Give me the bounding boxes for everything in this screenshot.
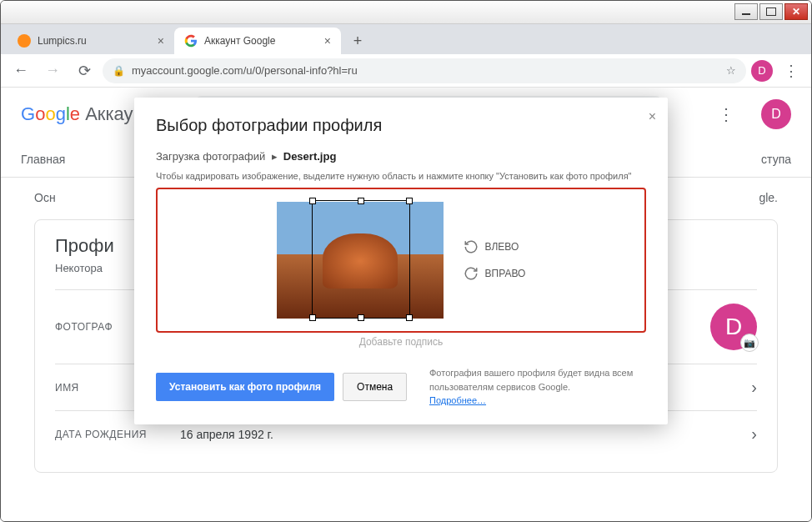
tab-google-account[interactable]: Аккаунт Google ×: [174, 28, 341, 54]
row-value: 16 апреля 1992 г.: [180, 428, 273, 441]
modal-info-text: Фотография вашего профиля будет видна вс…: [429, 366, 646, 408]
close-tab-icon[interactable]: ×: [158, 34, 164, 48]
window-maximize[interactable]: [759, 3, 783, 20]
chevron-right-icon: ›: [751, 424, 757, 444]
favicon-lumpics: [18, 34, 31, 48]
modal-title: Выбор фотографии профиля: [156, 116, 646, 135]
browser-menu[interactable]: ⋮: [778, 58, 804, 84]
browser-profile-avatar[interactable]: D: [751, 60, 773, 82]
crop-handle-bm[interactable]: [358, 314, 364, 321]
crop-handle-tm[interactable]: [358, 198, 364, 204]
intro-text-right: gle.: [759, 191, 778, 204]
nav-forward[interactable]: →: [39, 58, 66, 84]
image-preview[interactable]: [277, 202, 444, 319]
favicon-google: [184, 34, 198, 48]
nav-access-cut[interactable]: ступа: [761, 153, 791, 166]
nav-reload[interactable]: ⟳: [71, 58, 98, 84]
crop-selection[interactable]: [312, 200, 410, 319]
page-more-menu[interactable]: ⋮: [711, 99, 741, 129]
account-avatar[interactable]: D: [761, 99, 791, 129]
chevron-right-icon: ›: [751, 378, 757, 397]
tab-lumpics[interactable]: Lumpics.ru ×: [8, 28, 174, 54]
window-close[interactable]: [784, 3, 808, 20]
rotate-right-button[interactable]: ВПРАВО: [464, 266, 526, 281]
nav-home[interactable]: Главная: [21, 153, 65, 166]
modal-breadcrumb: Загрузка фотографий ▸ Desert.jpg: [156, 150, 646, 163]
close-tab-icon[interactable]: ×: [324, 34, 331, 48]
rotate-left-icon: [464, 239, 479, 254]
modal-close-button[interactable]: ×: [649, 109, 656, 124]
set-as-profile-photo-button[interactable]: Установить как фото профиля: [156, 373, 334, 401]
crop-area: ВЛЕВО ВПРАВО: [156, 188, 646, 333]
cancel-button[interactable]: Отмена: [343, 373, 407, 401]
window-minimize[interactable]: [734, 3, 758, 20]
intro-text-left: Осн: [34, 191, 56, 204]
tab-label: Lumpics.ru: [38, 35, 151, 47]
tab-label: Аккаунт Google: [204, 35, 318, 47]
crop-handle-tr[interactable]: [406, 198, 413, 204]
photo-picker-modal: × Выбор фотографии профиля Загрузка фото…: [134, 98, 668, 424]
browser-toolbar: ← → ⟳ 🔒 myaccount.google.com/u/0/persona…: [1, 54, 811, 88]
url-text: myaccount.google.com/u/0/personal-info?h…: [132, 64, 358, 77]
tab-strip: Lumpics.ru × Аккаунт Google × +: [1, 24, 811, 54]
window-titlebar: [1, 1, 811, 24]
camera-icon: 📷: [740, 334, 759, 352]
row-label: ДАТА РОЖДЕНИЯ: [55, 429, 180, 440]
rotate-right-icon: [464, 266, 479, 281]
lock-icon: 🔒: [113, 65, 125, 77]
breadcrumb-upload[interactable]: Загрузка фотографий: [156, 150, 265, 163]
star-icon[interactable]: ☆: [726, 64, 736, 77]
crop-handle-bl[interactable]: [309, 314, 316, 321]
crop-handle-br[interactable]: [406, 314, 413, 321]
google-logo: Google Аккаунт: [21, 103, 152, 125]
profile-photo-thumb[interactable]: D 📷: [710, 304, 757, 350]
new-tab-button[interactable]: +: [346, 29, 369, 53]
address-bar[interactable]: 🔒 myaccount.google.com/u/0/personal-info…: [103, 58, 746, 83]
nav-back[interactable]: ←: [8, 58, 34, 84]
crop-hint-text: Чтобы кадрировать изображение, выделите …: [156, 171, 646, 181]
rotate-left-button[interactable]: ВЛЕВО: [464, 239, 526, 254]
crop-handle-tl[interactable]: [309, 198, 316, 204]
breadcrumb-file: Desert.jpg: [283, 150, 337, 163]
add-caption-link[interactable]: Добавьте подпись: [156, 336, 646, 348]
learn-more-link[interactable]: Подробнее…: [429, 395, 486, 405]
